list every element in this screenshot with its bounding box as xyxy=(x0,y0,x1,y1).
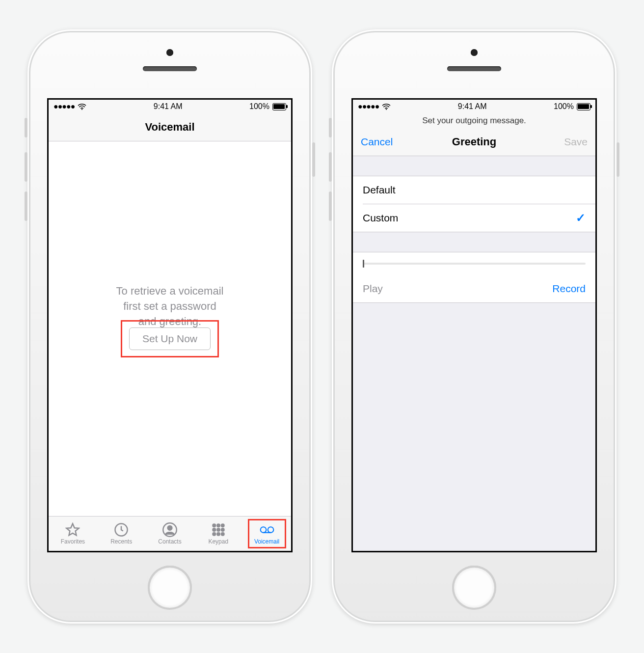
content-left: To retrieve a voicemail first set a pass… xyxy=(49,141,291,516)
earpiece-speaker xyxy=(143,66,197,71)
phone-device-left: ●●●●● 9:41 AM 100% Voicemail To retrieve… xyxy=(27,29,312,624)
svg-point-8 xyxy=(217,528,220,531)
svg-point-16 xyxy=(386,109,387,110)
empty-line: To retrieve a voicemail xyxy=(68,284,271,299)
playback-scrubber[interactable] xyxy=(353,252,595,275)
svg-point-14 xyxy=(268,527,273,533)
svg-point-3 xyxy=(168,526,172,530)
tab-voicemail[interactable]: Voicemail xyxy=(250,521,284,546)
cancel-button[interactable]: Cancel xyxy=(361,128,393,156)
svg-point-12 xyxy=(221,533,224,536)
svg-point-4 xyxy=(213,524,215,527)
checkmark-icon: ✓ xyxy=(576,211,586,225)
content-right: Default Custom ✓ Play Record xyxy=(353,156,595,551)
empty-line: first set a password xyxy=(68,299,271,314)
home-button[interactable] xyxy=(452,566,496,610)
svg-point-13 xyxy=(260,527,266,533)
navbar-greeting: Cancel Greeting Save xyxy=(353,128,595,156)
cell-label: Custom xyxy=(363,212,398,224)
volume-up-button xyxy=(25,152,27,182)
status-bar: ●●●●● 9:41 AM 100% xyxy=(353,100,595,113)
set-up-now-button[interactable]: Set Up Now xyxy=(129,327,211,350)
screen-right: ●●●●● 9:41 AM 100% Set your outgoing mes… xyxy=(351,98,597,552)
wifi-icon xyxy=(382,103,391,110)
volume-up-button xyxy=(329,152,332,182)
tab-label: Recents xyxy=(110,538,132,545)
status-time: 9:41 AM xyxy=(458,102,487,111)
tab-label: Favorites xyxy=(61,538,85,545)
status-time: 9:41 AM xyxy=(154,102,183,111)
clock-icon xyxy=(114,522,129,537)
record-button[interactable]: Record xyxy=(552,283,586,295)
tab-label: Keypad xyxy=(208,538,228,545)
wifi-icon xyxy=(78,103,86,110)
volume-down-button xyxy=(25,191,27,221)
volume-down-button xyxy=(329,191,332,221)
navbar-title: Greeting xyxy=(452,136,496,148)
tab-label: Contacts xyxy=(158,538,181,545)
recorder-group: Play Record xyxy=(353,252,595,303)
tab-keypad[interactable]: Keypad xyxy=(202,521,235,546)
front-camera xyxy=(471,49,478,56)
svg-point-5 xyxy=(217,524,220,527)
navbar-title: Voicemail xyxy=(145,121,194,134)
tab-recents[interactable]: Recents xyxy=(105,521,138,546)
power-button xyxy=(312,142,315,177)
svg-point-10 xyxy=(213,533,215,536)
cell-label: Default xyxy=(363,184,396,196)
star-icon xyxy=(65,522,80,537)
power-button xyxy=(617,142,619,177)
save-button[interactable]: Save xyxy=(564,128,588,156)
person-icon xyxy=(162,522,177,537)
battery-icon xyxy=(272,103,286,110)
svg-point-0 xyxy=(81,109,82,110)
front-camera xyxy=(166,49,173,56)
signal-strength-icon: ●●●●● xyxy=(54,102,75,111)
tab-favorites[interactable]: Favorites xyxy=(56,521,89,546)
tab-label: Voicemail xyxy=(254,538,279,545)
status-bar: ●●●●● 9:41 AM 100% xyxy=(49,100,291,113)
mute-switch xyxy=(329,118,332,137)
prompt-text: Set your outgoing message. xyxy=(353,113,595,128)
signal-strength-icon: ●●●●● xyxy=(358,102,379,111)
mute-switch xyxy=(25,118,27,137)
battery-percentage: 100% xyxy=(249,102,269,111)
screen-left: ●●●●● 9:41 AM 100% Voicemail To retrieve… xyxy=(47,98,293,552)
tab-bar: Favorites Recents Contacts Keypad xyxy=(49,516,291,551)
keypad-icon xyxy=(211,522,226,537)
earpiece-speaker xyxy=(447,66,501,71)
phone-device-right: ●●●●● 9:41 AM 100% Set your outgoing mes… xyxy=(332,29,617,624)
svg-point-11 xyxy=(217,533,220,536)
option-default[interactable]: Default xyxy=(353,176,595,204)
voicemail-icon xyxy=(260,522,274,537)
setup-highlight-box: Set Up Now xyxy=(121,320,219,357)
option-custom[interactable]: Custom ✓ xyxy=(363,204,595,232)
greeting-options-list: Default Custom ✓ xyxy=(353,176,595,232)
navbar-voicemail: Voicemail xyxy=(49,113,291,141)
tab-contacts[interactable]: Contacts xyxy=(153,521,187,546)
svg-point-7 xyxy=(213,528,215,531)
svg-point-6 xyxy=(221,524,224,527)
battery-icon xyxy=(577,103,590,110)
home-button[interactable] xyxy=(148,566,192,610)
scrubber-thumb-icon[interactable] xyxy=(363,260,364,268)
battery-percentage: 100% xyxy=(554,102,574,111)
svg-point-9 xyxy=(221,528,224,531)
play-button[interactable]: Play xyxy=(363,283,383,295)
